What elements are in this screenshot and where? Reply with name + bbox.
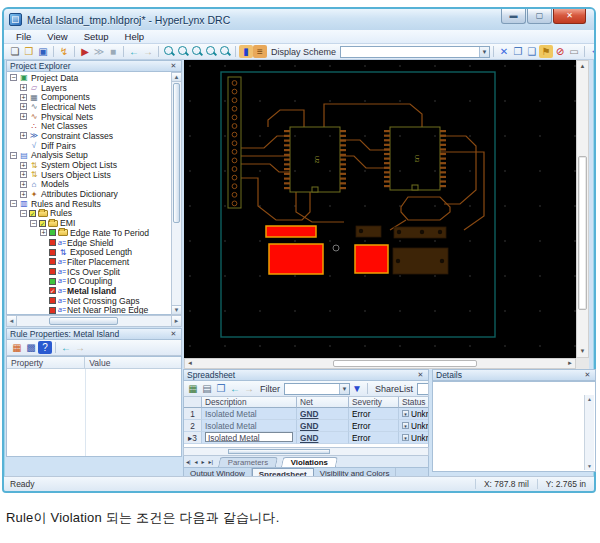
sheet-tab-violations[interactable]: Violations [280, 457, 337, 467]
led-icon[interactable] [49, 249, 56, 256]
scroll-left-icon[interactable]: ◄ [7, 316, 17, 326]
menu-file[interactable]: File [8, 31, 39, 42]
copy-rows-icon[interactable]: ❐ [214, 382, 228, 395]
collapse-icon[interactable]: − [10, 152, 17, 159]
scroll-thumb[interactable] [578, 156, 587, 310]
collapse-icon[interactable]: − [10, 74, 17, 81]
tree-item-diff-pairs[interactable]: √Diff Pairs [7, 141, 181, 151]
probe-tool-icon[interactable]: ⌖ [588, 45, 594, 58]
tree-item-electrical-nets[interactable]: +∿Electrical Nets [7, 102, 181, 112]
project-tree-hscrollbar[interactable]: ◄ ► [6, 315, 182, 327]
expand-icon[interactable]: + [20, 191, 27, 198]
description-cell[interactable]: Isolated Metal [202, 420, 297, 432]
zoom-in-icon[interactable] [162, 45, 176, 58]
description-editbox[interactable]: Isolated Metal [205, 432, 293, 442]
tree-item-edge-shield[interactable]: a=Edge Shield [7, 238, 181, 248]
sp-forward-icon[interactable]: → [242, 382, 256, 395]
tree-item-users-object-lists[interactable]: +⇅Users Object Lists [7, 170, 181, 180]
net-cell[interactable]: GND [297, 432, 349, 444]
sheet-edit-icon[interactable]: ▦ [186, 382, 200, 395]
tree-item-components[interactable]: +▦Components [7, 92, 181, 102]
tree-item-filter-placement[interactable]: a=Filter Placement [7, 257, 181, 267]
expand-icon[interactable]: + [20, 103, 27, 110]
net-cell[interactable]: GND [297, 420, 349, 432]
led-icon[interactable] [49, 278, 56, 285]
status-cell[interactable]: ▾Unkno [399, 432, 429, 444]
step-icon[interactable]: ≫ [92, 45, 106, 58]
table-row[interactable]: 2Isolated MetalGNDError▾Unkno [184, 420, 428, 432]
close-button[interactable]: ✕ [553, 9, 586, 24]
sheet-nav-icon-1[interactable]: ◂ [193, 457, 200, 467]
copy-icon[interactable]: ❐ [511, 45, 525, 58]
net-cell[interactable]: GND [297, 408, 349, 420]
canvas-vscrollbar[interactable]: ▲ ▼ [576, 60, 589, 358]
save-icon[interactable]: ▣ [36, 45, 50, 58]
sheet-nav-icon-3[interactable]: ▸| [207, 457, 216, 467]
status-cell[interactable]: ▾Unkno [399, 420, 429, 432]
status-dropdown-icon[interactable]: ▾ [402, 434, 409, 441]
rp-back-icon[interactable]: ← [59, 341, 73, 354]
sheet-nav-icon-0[interactable]: ◂| [184, 457, 193, 467]
severity-cell[interactable]: Error [349, 432, 399, 444]
tree-item-constraint-classes[interactable]: +≫Constraint Classes [7, 131, 181, 141]
zoom-fit-icon[interactable] [204, 45, 218, 58]
led-icon[interactable] [49, 258, 56, 265]
scroll-down-icon[interactable]: ▼ [585, 462, 594, 470]
screen-icon[interactable]: ▭ [567, 45, 581, 58]
close-icon[interactable]: ✕ [583, 371, 592, 379]
display-scheme-combo[interactable]: ▼ [340, 46, 490, 58]
menu-help[interactable]: Help [117, 31, 153, 42]
table-row[interactable]: ▸3Isolated MetalGNDError▾Unkno [184, 432, 428, 444]
sp-back-icon[interactable]: ← [228, 382, 242, 395]
tree-item-exposed-length[interactable]: ⇅Exposed Length [7, 247, 181, 257]
scroll-thumb[interactable] [333, 360, 477, 367]
zoom-window-icon[interactable] [190, 45, 204, 58]
expand-icon[interactable]: + [20, 162, 27, 169]
column-header-status[interactable]: Status [399, 397, 429, 408]
tree-item-edge-rate-to-period[interactable]: +Edge Rate To Period [7, 228, 181, 238]
collapse-icon[interactable]: − [10, 200, 17, 207]
canvas-hscrollbar[interactable]: ◄ ► [184, 358, 576, 369]
checked-led-icon[interactable]: ✓ [29, 210, 36, 217]
column-header-severity[interactable]: Severity [349, 397, 399, 408]
scroll-up-icon[interactable]: ▲ [585, 395, 594, 403]
led-icon[interactable] [49, 307, 56, 314]
net-link[interactable]: GND [300, 409, 318, 419]
rp-forward-icon[interactable]: → [73, 341, 87, 354]
project-explorer-header[interactable]: Project Explorer ✕ [6, 60, 182, 72]
tree-item-attributes-dictionary[interactable]: +✦Attributes Dictionary [7, 189, 181, 199]
net-link[interactable]: GND [300, 421, 318, 431]
table-row[interactable]: 1Isolated MetalGNDError▾Unkno [184, 408, 428, 420]
flag-note-icon[interactable]: ⚑ [539, 45, 553, 58]
tree-item-analysis-setup[interactable]: −▤Analysis Setup [7, 151, 181, 161]
expand-icon[interactable]: + [20, 113, 27, 120]
back-icon[interactable]: ← [127, 45, 141, 58]
tree-item-models[interactable]: +⌂Models [7, 180, 181, 190]
spreadsheet-header[interactable]: Spreadsheet ✕ [183, 369, 429, 381]
scroll-thumb[interactable] [228, 449, 330, 454]
stop-icon[interactable]: ■ [106, 45, 120, 58]
expand-icon[interactable]: + [20, 181, 27, 188]
tree-item-rules[interactable]: −✓Rules [7, 209, 181, 219]
title-bar[interactable]: Metal Island_tmp.hldproj* - HyperLynx DR… [4, 9, 594, 30]
scroll-thumb[interactable] [49, 317, 119, 325]
status-cell[interactable]: ▾Unkno [399, 408, 429, 420]
checked-led-icon[interactable]: ✓ [49, 287, 56, 294]
scroll-up-icon[interactable]: ▲ [577, 61, 588, 72]
zoom-selection-icon[interactable] [218, 45, 232, 58]
tree-item-emi[interactable]: −✓EMI [7, 218, 181, 228]
status-dropdown-icon[interactable]: ▾ [402, 410, 409, 417]
expand-icon[interactable]: + [20, 132, 27, 139]
scroll-right-icon[interactable]: ► [171, 316, 181, 326]
close-icon[interactable]: ✕ [169, 62, 178, 70]
no-entry-icon[interactable]: ⊘ [553, 45, 567, 58]
scroll-left-icon[interactable]: ◄ [185, 359, 195, 368]
tree-item-physical-nets[interactable]: +∿Physical Nets [7, 112, 181, 122]
rp-grid-icon[interactable]: ▦ [10, 341, 24, 354]
minimize-button[interactable]: ▬ [501, 9, 526, 24]
tree-item-layers[interactable]: +▱Layers [7, 83, 181, 93]
rp-help-icon[interactable]: ? [38, 341, 52, 354]
scroll-down-icon[interactable]: ▼ [172, 305, 181, 314]
led-icon[interactable] [49, 239, 56, 246]
scroll-down-icon[interactable]: ▼ [577, 346, 588, 357]
